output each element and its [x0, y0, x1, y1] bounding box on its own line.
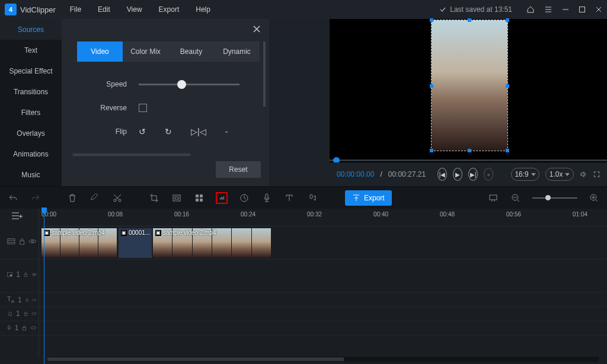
tab-beauty[interactable]: Beauty [168, 41, 214, 62]
text-track[interactable]: TA 1 [0, 293, 607, 307]
marker-icon[interactable] [487, 192, 499, 204]
eye-icon[interactable] [31, 310, 37, 317]
sidebar-sources[interactable]: Sources [0, 19, 62, 40]
record-button[interactable]: ● [484, 168, 493, 181]
panel-scrollbar[interactable] [263, 41, 266, 107]
menu-help[interactable]: Help [196, 5, 210, 14]
sidebar-text[interactable]: Text [0, 40, 62, 60]
text-tool-icon[interactable] [283, 192, 295, 204]
aspect-ratio-selector[interactable]: 16:9 [511, 168, 539, 181]
mirror-vertical-icon[interactable]: - [225, 127, 228, 136]
voice-change-icon[interactable] [306, 192, 318, 204]
add-track-icon[interactable] [11, 211, 23, 221]
eye-icon[interactable] [30, 324, 37, 331]
pip-track[interactable]: 1 [0, 260, 607, 293]
close-icon[interactable] [595, 6, 602, 13]
audio-levels-icon[interactable] [216, 192, 228, 204]
pip-track-icon [7, 270, 12, 279]
zoom-out-icon[interactable] [510, 192, 522, 204]
timeline-scrollbar[interactable] [47, 357, 599, 362]
playback-speed-selector[interactable]: 1.0x [545, 168, 574, 181]
clip-label: sample video 2.mp4 [163, 229, 216, 236]
fullscreen-icon[interactable] [593, 170, 600, 179]
menu-edit[interactable]: Edit [98, 5, 110, 14]
volume-icon[interactable] [580, 169, 587, 180]
minimize-icon[interactable] [562, 6, 569, 13]
flip-label: Flip [62, 127, 139, 136]
voice-track[interactable]: 1 [0, 321, 607, 336]
sidebar-overlays[interactable]: Overlays [0, 123, 62, 143]
speed-slider-knob[interactable] [177, 80, 186, 89]
crop-icon[interactable] [148, 192, 160, 204]
reset-button[interactable]: Reset [216, 161, 261, 178]
mosaic-icon[interactable] [193, 192, 205, 204]
mirror-horizontal-icon[interactable]: ▷|◁ [191, 127, 206, 136]
menu-file[interactable]: File [70, 5, 81, 14]
eye-icon[interactable] [31, 271, 37, 278]
video-track[interactable]: ▣sample video 2.mp4 ▣00001... ▣sample vi… [0, 226, 607, 260]
maximize-icon[interactable] [579, 6, 586, 13]
tab-video[interactable]: Video [77, 41, 123, 62]
svg-point-21 [33, 274, 34, 275]
panel-close-icon[interactable] [253, 25, 261, 33]
sidebar-music[interactable]: Music [0, 164, 62, 185]
svg-rect-7 [196, 199, 199, 202]
svg-point-17 [31, 240, 33, 242]
reverse-checkbox[interactable] [139, 104, 147, 112]
lock-icon[interactable] [25, 296, 29, 304]
time-current: 00:00:00.00 [337, 170, 374, 178]
menu-icon[interactable] [544, 5, 552, 14]
sidebar-transitions[interactable]: Transitions [0, 81, 62, 102]
voice-icon[interactable] [261, 192, 273, 204]
eye-icon[interactable] [28, 238, 37, 245]
duration-icon[interactable] [238, 192, 250, 204]
lock-icon[interactable] [24, 309, 28, 318]
home-icon[interactable] [526, 5, 535, 14]
video-track-icon [7, 237, 15, 245]
rotate-cw-icon[interactable]: ↻ [165, 127, 172, 136]
timeline-clip[interactable]: ▣sample video 2.mp4 [153, 228, 271, 258]
delete-icon[interactable] [66, 192, 78, 204]
zoom-slider-knob[interactable] [545, 195, 551, 200]
menu-export[interactable]: Export [159, 5, 180, 14]
export-button[interactable]: Export [345, 190, 392, 206]
eye-icon[interactable] [32, 296, 37, 304]
sidebar-animations[interactable]: Animations [0, 143, 62, 164]
preview-toolbar: 00:00:00.00 / 00:00:27.21 |◀ ▶ ▶| ● 16:9… [330, 162, 607, 186]
svg-rect-0 [580, 7, 585, 12]
next-frame-button[interactable]: ▶| [468, 168, 478, 181]
clip-label: sample video 2.mp4 [52, 229, 105, 236]
frame-icon[interactable] [171, 192, 183, 204]
time-ruler[interactable]: 00:00 00:08 00:16 00:24 00:32 00:40 00:4… [41, 209, 607, 226]
zoom-slider[interactable] [532, 197, 577, 199]
timeline-scrollbar-thumb[interactable] [47, 357, 344, 361]
play-button[interactable]: ▶ [453, 168, 462, 181]
tab-dynamic[interactable]: Dynamic [214, 41, 260, 62]
rotate-ccw-icon[interactable]: ↺ [139, 127, 146, 136]
menu-view[interactable]: View [127, 5, 142, 14]
cut-icon[interactable] [111, 192, 123, 204]
playhead[interactable] [44, 209, 44, 364]
lock-icon[interactable] [22, 324, 27, 332]
timeline-clip[interactable]: ▣sample video 2.mp4 [41, 228, 117, 258]
timeline-clip[interactable]: ▣00001... [119, 228, 152, 258]
svg-rect-16 [20, 241, 24, 244]
lock-icon[interactable] [24, 270, 28, 279]
chevron-down-icon [565, 173, 570, 176]
sidebar-special-effect[interactable]: Special Effect [0, 60, 62, 81]
music-track-head: ♫ 1 [0, 309, 39, 318]
prev-frame-button[interactable]: |◀ [437, 168, 447, 181]
tab-color-mix[interactable]: Color Mix [123, 41, 168, 62]
redo-icon[interactable] [30, 192, 41, 204]
undo-icon[interactable] [7, 192, 19, 204]
zoom-in-icon[interactable] [588, 192, 600, 204]
panel-horizontal-scrollbar[interactable] [72, 153, 191, 157]
preview-progress[interactable] [330, 159, 607, 161]
preview-canvas[interactable] [432, 20, 507, 151]
music-track[interactable]: ♫ 1 [0, 307, 607, 321]
lock-icon[interactable] [19, 237, 25, 245]
edit-icon[interactable] [89, 192, 101, 204]
speed-slider[interactable] [139, 84, 239, 85]
sidebar-filters[interactable]: Filters [0, 102, 62, 123]
timeline-toolbar: Export [0, 186, 607, 209]
